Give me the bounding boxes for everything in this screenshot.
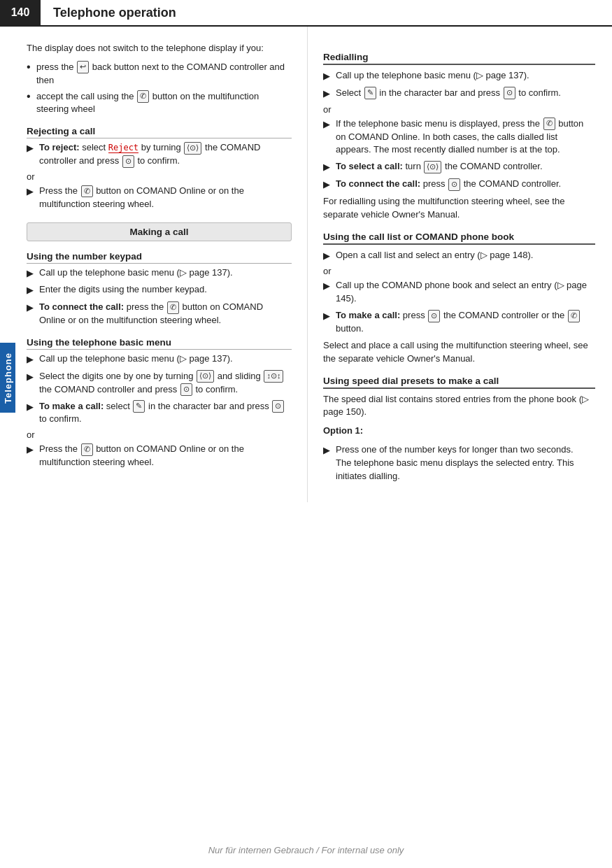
redialling-heading: Redialling bbox=[323, 52, 595, 65]
keypad-item-1: ▶ Call up the telephone basic menu (▷ pa… bbox=[27, 266, 292, 280]
call-list-text-3: To make a call: press ⊙ the COMAND contr… bbox=[336, 309, 595, 336]
arrow-icon-1: ▶ bbox=[27, 141, 39, 155]
using-basic-menu-heading: Using the telephone basic menu bbox=[27, 337, 292, 350]
redialling-item-3: ▶ If the telephone basic menu is display… bbox=[323, 118, 595, 157]
call-list-text-1: Open a call list and select an entry (▷ … bbox=[336, 249, 533, 262]
bullet-item-2: • accept the call using the ✆ button on … bbox=[27, 90, 292, 117]
or-text-r2: or bbox=[323, 266, 595, 276]
or-text-1: or bbox=[27, 171, 292, 182]
option1-item-1: ▶ Press one of the number keys for longe… bbox=[323, 443, 595, 483]
make-call-bold-1: To make a call: bbox=[39, 401, 104, 411]
arrow-icon-3: ▶ bbox=[27, 266, 39, 280]
option1-text-1: Press one of the number keys for longer … bbox=[336, 443, 595, 483]
press-icon-2: ⊙ bbox=[180, 383, 192, 396]
reject-text-2: Press the ✆ button on COMAND Online or o… bbox=[39, 185, 292, 211]
select-call-bold: To select a call: bbox=[336, 161, 403, 171]
press-icon-1: ⊙ bbox=[122, 155, 134, 168]
page-title: Telephone operation bbox=[41, 6, 176, 20]
keypad-item-2: ▶ Enter the digits using the number keyp… bbox=[27, 283, 292, 297]
arrow-icon-c2: ▶ bbox=[323, 279, 336, 293]
redialling-item-4: ▶ To select a call: turn ⟨⊙⟩ the COMAND … bbox=[323, 160, 595, 174]
bullet-dot-2: • bbox=[27, 90, 36, 102]
basic-item-1: ▶ Call up the telephone basic menu (▷ pa… bbox=[27, 353, 292, 367]
turn-icon-2: ⟨⊙⟩ bbox=[197, 370, 214, 383]
redialling-text-5: To connect the call: press ⊙ the COMAND … bbox=[336, 178, 561, 191]
call-list-text-2: Call up the COMAND phone book and select… bbox=[336, 279, 595, 306]
arrow-icon-8: ▶ bbox=[27, 400, 39, 414]
comand-online-icon-1: ✆ bbox=[81, 185, 93, 198]
making-call-box: Making a call bbox=[27, 222, 292, 241]
basic-item-4: ▶ Press the ✆ button on COMAND Online or… bbox=[27, 443, 292, 469]
call-list-para: Select and place a call using the multif… bbox=[323, 339, 595, 366]
press-icon-r1: ⊙ bbox=[504, 87, 515, 99]
basic-item-2: ▶ Select the digits one by one by turnin… bbox=[27, 370, 292, 397]
arrow-icon-9: ▶ bbox=[27, 443, 39, 457]
reject-item-2: ▶ Press the ✆ button on COMAND Online or… bbox=[27, 185, 292, 211]
call-accept-icon: ✆ bbox=[137, 90, 149, 103]
press-icon-r2: ⊙ bbox=[448, 178, 460, 191]
comand-online-icon-r1: ✆ bbox=[543, 118, 555, 130]
make-call-bold-r: To make a call: bbox=[336, 310, 400, 320]
footer-watermark: Nur für internen Gebrauch / For internal… bbox=[0, 845, 612, 855]
arrow-icon-7: ▶ bbox=[27, 370, 39, 384]
speed-dial-para: The speed dial list contains stored entr… bbox=[323, 393, 595, 420]
or-text-2: or bbox=[27, 429, 292, 440]
connect-call-bold-1: To connect the call: bbox=[39, 301, 124, 312]
keypad-item-3: ▶ To connect the call: press the ✆ butto… bbox=[27, 301, 292, 327]
keypad-text-2: Enter the digits using the number keypad… bbox=[39, 283, 207, 297]
comand-online-icon-2: ✆ bbox=[81, 443, 93, 456]
keypad-text-3: To connect the call: press the ✆ button … bbox=[39, 301, 292, 327]
bullet-item-1: • press the ↩ back button next to the CO… bbox=[27, 61, 292, 87]
left-column: The display does not switch to the telep… bbox=[0, 27, 308, 502]
arrow-icon-r1: ▶ bbox=[323, 69, 336, 83]
reject-text-1: To reject: select Reject by turning ⟨⊙⟩ … bbox=[39, 141, 292, 168]
basic-text-4: Press the ✆ button on COMAND Online or o… bbox=[39, 443, 292, 469]
reject-bold: To reject: bbox=[39, 142, 80, 152]
using-keypad-heading: Using the number keypad bbox=[27, 251, 292, 264]
connect-icon-1: ✆ bbox=[167, 301, 179, 314]
right-column: Redialling ▶ Call up the telephone basic… bbox=[308, 27, 612, 502]
arrow-icon-4: ▶ bbox=[27, 283, 39, 297]
arrow-icon-5: ▶ bbox=[27, 301, 39, 315]
arrow-icon-2: ▶ bbox=[27, 185, 39, 199]
turn-icon-r1: ⟨⊙⟩ bbox=[424, 161, 441, 173]
redialling-item-2: ▶ Select ✎ in the character bar and pres… bbox=[323, 87, 595, 101]
arrow-icon-r2: ▶ bbox=[323, 87, 336, 101]
keypad-text-1: Call up the telephone basic menu (▷ page… bbox=[39, 266, 233, 280]
speed-dial-heading: Using speed dial presets to make a call bbox=[323, 376, 595, 389]
redialling-text-4: To select a call: turn ⟨⊙⟩ the COMAND co… bbox=[336, 160, 543, 173]
redialling-text-2: Select ✎ in the character bar and press … bbox=[336, 87, 561, 100]
bullet-text-2: accept the call using the ✆ button on th… bbox=[36, 90, 292, 117]
arrow-icon-r5: ▶ bbox=[323, 178, 336, 192]
char-bar-icon-1: ✎ bbox=[133, 400, 145, 413]
page-number: 140 bbox=[0, 0, 41, 26]
header-bar: 140 Telephone operation bbox=[0, 0, 612, 27]
reject-highlight: Reject bbox=[108, 143, 138, 153]
arrow-icon-c1: ▶ bbox=[323, 249, 336, 263]
call-list-heading: Using the call list or COMAND phone book bbox=[323, 232, 595, 245]
redialling-para: For redialling using the multifunction s… bbox=[323, 195, 595, 222]
basic-item-3: ▶ To make a call: select ✎ in the charac… bbox=[27, 400, 292, 427]
basic-text-3: To make a call: select ✎ in the characte… bbox=[39, 400, 292, 427]
press-icon-3: ⊙ bbox=[272, 400, 284, 413]
reject-item-1: ▶ To reject: select Reject by turning ⟨⊙… bbox=[27, 141, 292, 168]
redialling-text-3: If the telephone basic menu is displayed… bbox=[336, 118, 595, 157]
redialling-text-1: Call up the telephone basic menu (▷ page… bbox=[336, 69, 529, 83]
or-text-r1: or bbox=[323, 104, 595, 115]
basic-text-1: Call up the telephone basic menu (▷ page… bbox=[39, 353, 233, 366]
press-icon-c1: ⊙ bbox=[428, 310, 440, 322]
bullet-dot: • bbox=[27, 61, 36, 73]
arrow-icon-r3: ▶ bbox=[323, 118, 336, 131]
arrow-icon-r4: ▶ bbox=[323, 160, 336, 174]
char-bar-icon-2: ✎ bbox=[364, 87, 376, 99]
turn-icon-1: ⟨⊙⟩ bbox=[184, 142, 201, 155]
arrow-icon-6: ▶ bbox=[27, 353, 39, 367]
intro-para: The display does not switch to the telep… bbox=[27, 42, 292, 55]
comand-online-icon-c1: ✆ bbox=[568, 310, 580, 322]
bullet-text-1: press the ↩ back button next to the COMA… bbox=[36, 61, 292, 87]
rejecting-call-heading: Rejecting a call bbox=[27, 126, 292, 138]
arrow-icon-c3: ▶ bbox=[323, 309, 336, 323]
connect-call-bold-r: To connect the call: bbox=[336, 178, 420, 189]
redialling-item-5: ▶ To connect the call: press ⊙ the COMAN… bbox=[323, 178, 595, 192]
arrow-icon-o1: ▶ bbox=[323, 443, 336, 457]
